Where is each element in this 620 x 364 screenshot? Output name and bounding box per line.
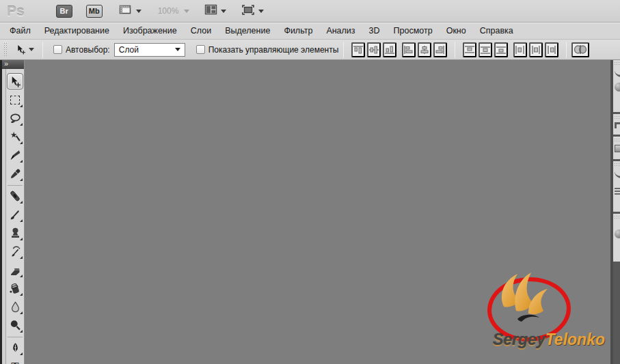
right-panel-dock <box>610 60 620 364</box>
panel-icon <box>615 171 620 178</box>
history-brush-tool-icon <box>10 246 21 257</box>
distribute-right-edges-button[interactable] <box>545 42 558 57</box>
align-right-edges-icon <box>435 45 446 55</box>
panel-grip[interactable] <box>614 163 620 166</box>
tool-move[interactable] <box>7 73 23 89</box>
distribute-bottom-edges-icon <box>496 45 507 55</box>
menu-file[interactable]: Файл <box>3 23 38 39</box>
tool-blur[interactable] <box>7 298 23 315</box>
launch-mini-bridge-button[interactable]: Mb <box>86 5 103 18</box>
menu-help[interactable]: Справка <box>473 23 520 39</box>
panel-icon <box>615 122 620 128</box>
blur-tool-icon <box>10 301 21 313</box>
pen-tool-icon <box>10 342 21 354</box>
align-vertical-centers-button[interactable] <box>367 42 381 57</box>
panel-icon <box>615 70 620 77</box>
align-left-edges-icon <box>403 45 414 55</box>
tool-eraser[interactable] <box>7 262 23 278</box>
zoom-level-value[interactable]: 100% <box>158 6 179 16</box>
align-vertical-centers-icon <box>368 45 379 55</box>
tool-lasso[interactable] <box>7 110 23 126</box>
tool-history-brush[interactable] <box>7 243 23 260</box>
lasso-tool-icon <box>10 113 21 124</box>
tool-rectangular-marquee[interactable] <box>7 92 23 108</box>
options-bar-grip[interactable] <box>3 42 8 57</box>
marquee-tool-icon <box>10 96 20 104</box>
panel-grip[interactable] <box>614 115 620 119</box>
separator <box>343 42 344 58</box>
tool-clone-stamp[interactable] <box>7 225 23 241</box>
menu-image[interactable]: Изображение <box>116 23 184 39</box>
menu-edit[interactable]: Редактирование <box>38 23 116 39</box>
distribute-top-edges-button[interactable] <box>463 42 476 57</box>
tool-magic-wand[interactable] <box>7 128 23 145</box>
move-tool-preset[interactable] <box>12 43 38 56</box>
photoshop-logo: Ps <box>7 3 25 19</box>
dropdown-arrow-icon <box>258 10 264 13</box>
show-transform-controls-checkbox[interactable] <box>196 45 205 54</box>
menu-select[interactable]: Выделение <box>218 23 277 39</box>
align-horizontal-centers-button[interactable] <box>418 42 431 57</box>
collapse-dock-icon[interactable]: » <box>2 60 24 69</box>
distribute-vertical-centers-button[interactable] <box>479 42 492 57</box>
align-bottom-edges-button[interactable] <box>383 42 396 57</box>
menu-view[interactable]: Просмотр <box>387 23 440 39</box>
panel-dock-group[interactable] <box>613 161 620 212</box>
clone-stamp-tool-icon <box>10 227 21 239</box>
distribute-bottom-edges-button[interactable] <box>494 42 508 57</box>
auto-align-layers-button[interactable] <box>571 42 589 57</box>
launch-bridge-button[interactable]: Br <box>56 5 72 18</box>
view-extras-control[interactable] <box>118 4 141 18</box>
menu-filter[interactable]: Фильтр <box>277 23 319 39</box>
tool-dodge[interactable] <box>7 317 23 333</box>
move-cursor-icon <box>16 44 26 55</box>
autoselect-checkbox[interactable] <box>53 45 62 54</box>
tool-type[interactable]: T <box>7 358 23 364</box>
panel-grip[interactable] <box>614 138 620 141</box>
autoselect-target-dropdown[interactable]: Слой <box>114 43 185 57</box>
watermark-flame-logo <box>497 270 552 331</box>
tool-eyedropper[interactable] <box>7 165 23 182</box>
panel-dock-group[interactable] <box>613 60 620 112</box>
menu-analysis[interactable]: Анализ <box>319 23 362 39</box>
menu-3d[interactable]: 3D <box>362 23 387 39</box>
menu-window[interactable]: Окно <box>440 23 473 39</box>
align-top-edges-button[interactable] <box>351 42 365 57</box>
zoom-dropdown-arrow-icon <box>184 10 189 13</box>
separator <box>8 337 23 337</box>
tool-pen[interactable] <box>7 339 23 356</box>
separator <box>42 42 43 58</box>
tool-paint-bucket[interactable] <box>7 280 23 296</box>
screen-mode-control[interactable] <box>241 4 264 18</box>
panel-grip[interactable] <box>614 61 620 65</box>
show-transform-controls-label: Показать управляющие элементы <box>208 45 339 55</box>
distribute-left-edges-button[interactable] <box>513 42 527 57</box>
distribute-horizontal-centers-icon <box>530 45 541 55</box>
panel-dock-group[interactable] <box>613 214 620 262</box>
distribute-left-edges-icon <box>515 45 526 55</box>
screen-mode-icon <box>241 4 255 18</box>
panel-icon <box>615 83 620 92</box>
distribute-horizontal-centers-button[interactable] <box>529 42 543 57</box>
canvas-area[interactable]: SergeyTelonko <box>25 60 610 364</box>
align-right-edges-button[interactable] <box>433 42 447 57</box>
menu-bar: Файл Редактирование Изображение Слои Выд… <box>0 23 620 40</box>
watermark-name-dark: Sergey <box>493 331 545 348</box>
tool-crop[interactable] <box>7 147 23 163</box>
panel-icon <box>615 229 620 238</box>
panel-icon <box>615 188 620 195</box>
autoselect-target-value: Слой <box>119 45 139 55</box>
arrange-documents-control[interactable] <box>204 4 226 18</box>
panel-dock-group[interactable] <box>613 114 620 135</box>
auto-align-layers-icon <box>573 44 588 55</box>
menu-layers[interactable]: Слои <box>184 23 218 39</box>
brush-tool-icon <box>10 209 21 221</box>
tool-healing-brush[interactable] <box>7 188 23 204</box>
type-tool-icon: T <box>11 361 18 364</box>
align-left-edges-button[interactable] <box>402 42 416 57</box>
tool-brush[interactable] <box>7 206 23 223</box>
eraser-tool-icon <box>10 264 21 276</box>
view-extras-icon <box>118 4 133 18</box>
panel-dock-group[interactable] <box>613 137 620 159</box>
panel-grip[interactable] <box>614 215 620 219</box>
